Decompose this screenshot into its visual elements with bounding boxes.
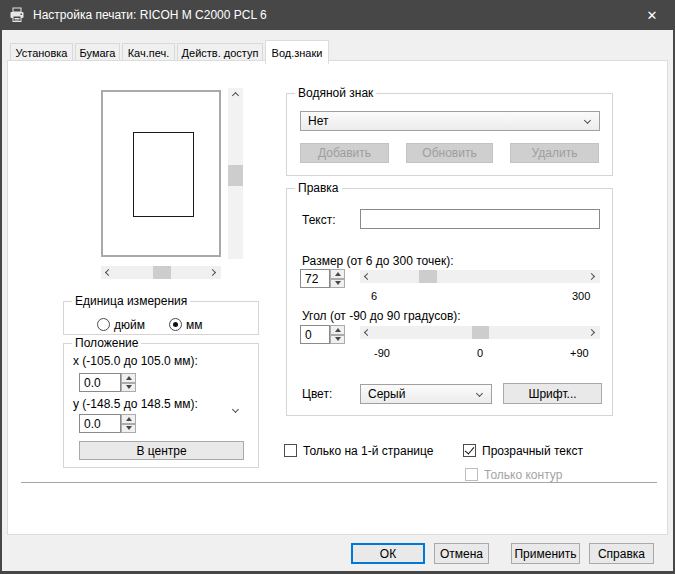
size-input[interactable]: 72 bbox=[300, 269, 330, 288]
spin-up-icon bbox=[126, 417, 132, 421]
watermark-select[interactable]: Нет bbox=[300, 111, 600, 131]
position-x-spin-down[interactable] bbox=[121, 383, 136, 393]
chevron-up-icon bbox=[232, 92, 239, 99]
spin-up-icon bbox=[335, 272, 341, 276]
edit-group-title: Правка bbox=[295, 181, 342, 195]
cancel-button[interactable]: Отмена bbox=[434, 543, 489, 564]
dialog-body: Установка Бумага Кач.печ. Действ. доступ… bbox=[2, 30, 673, 571]
watermark-group-title: Водяной знак bbox=[295, 86, 376, 100]
checkbox-box[interactable] bbox=[465, 468, 478, 481]
scroll-left-button[interactable] bbox=[101, 266, 115, 279]
ok-button[interactable]: ОК bbox=[351, 543, 425, 564]
tab-kach-pech[interactable]: Кач.печ. bbox=[122, 43, 175, 61]
help-button[interactable]: Справка bbox=[589, 543, 654, 564]
size-slider[interactable] bbox=[360, 270, 600, 283]
preview-vertical-scrollbar[interactable] bbox=[228, 88, 243, 259]
angle-slider[interactable] bbox=[360, 326, 600, 339]
watermark-selected-value: Нет bbox=[308, 114, 328, 128]
edit-group: Правка Текст: Размер (от 6 до 300 точек)… bbox=[286, 188, 613, 416]
angle-slider-left-button[interactable] bbox=[360, 326, 374, 339]
font-button[interactable]: Шрифт... bbox=[503, 383, 602, 404]
position-y-spin-up[interactable] bbox=[121, 414, 136, 424]
watermarks-tab-page: Единица измерения дюйм мм Положение x (-… bbox=[7, 60, 668, 535]
radio-mm[interactable] bbox=[169, 318, 182, 331]
unit-group: Единица измерения дюйм мм bbox=[63, 301, 259, 335]
position-y-input[interactable]: 0.0 bbox=[79, 414, 121, 433]
tab-vod-znaki[interactable]: Вод.знаки bbox=[265, 40, 329, 64]
angle-spin-down[interactable] bbox=[330, 335, 345, 345]
scroll-up-button[interactable] bbox=[228, 88, 243, 101]
angle-label: Угол (от -90 до 90 градусов): bbox=[302, 309, 461, 323]
radio-inch-label[interactable]: дюйм bbox=[114, 318, 145, 332]
angle-min-label: -90 bbox=[374, 347, 390, 359]
chevron-left-icon bbox=[105, 269, 112, 276]
chevron-down-icon bbox=[584, 117, 591, 124]
angle-spinner: 0 bbox=[300, 325, 345, 344]
print-settings-dialog: Настройка печати: RICOH M C2000 PCL 6 ✕ … bbox=[0, 0, 675, 574]
size-spin-up[interactable] bbox=[330, 269, 345, 279]
spin-down-icon bbox=[126, 385, 132, 389]
spin-up-icon bbox=[126, 376, 132, 380]
checkbox-box[interactable] bbox=[284, 444, 297, 457]
tab-ustanovka[interactable]: Установка bbox=[10, 43, 73, 61]
checkbox-label: Только на 1-й странице bbox=[303, 444, 433, 458]
position-x-spin-up[interactable] bbox=[121, 373, 136, 383]
tab-label: Установка bbox=[16, 47, 68, 59]
size-slider-thumb[interactable] bbox=[419, 270, 437, 283]
watermark-group: Водяной знак Нет Добавить Обновить Удали… bbox=[286, 93, 613, 176]
spin-up-icon bbox=[335, 328, 341, 332]
checkbox-label: Только контур bbox=[484, 468, 562, 482]
radio-inch[interactable] bbox=[97, 318, 110, 331]
angle-slider-right-button[interactable] bbox=[586, 326, 600, 339]
size-slider-right-button[interactable] bbox=[586, 270, 600, 283]
window-title: Настройка печати: RICOH M C2000 PCL 6 bbox=[33, 0, 267, 30]
angle-input[interactable]: 0 bbox=[300, 325, 330, 344]
chevron-left-icon bbox=[364, 329, 371, 336]
divider bbox=[21, 482, 657, 483]
size-min-label: 6 bbox=[371, 290, 377, 302]
tab-bumaga[interactable]: Бумага bbox=[75, 43, 120, 61]
angle-slider-thumb[interactable] bbox=[472, 326, 489, 339]
position-y-spinner: 0.0 bbox=[79, 414, 136, 433]
position-y-label: y (-148.5 до 148.5 мм): bbox=[73, 397, 198, 411]
update-watermark-button[interactable]: Обновить bbox=[406, 143, 493, 163]
unit-group-title: Единица измерения bbox=[72, 294, 190, 308]
apply-button[interactable]: Применить bbox=[511, 543, 580, 564]
chevron-down-icon bbox=[476, 390, 483, 397]
position-x-spinner: 0.0 bbox=[79, 373, 136, 392]
spin-down-icon bbox=[335, 337, 341, 341]
close-icon: ✕ bbox=[647, 8, 658, 23]
horizontal-scrollbar-thumb[interactable] bbox=[153, 266, 171, 279]
add-watermark-button[interactable]: Добавить bbox=[300, 143, 389, 163]
tab-deystv-dostup[interactable]: Действ. доступ bbox=[177, 43, 263, 61]
tab-label: Бумага bbox=[80, 47, 116, 59]
position-x-input[interactable]: 0.0 bbox=[79, 373, 121, 392]
scroll-down-button[interactable] bbox=[228, 246, 243, 259]
size-slider-left-button[interactable] bbox=[360, 270, 374, 283]
checkmark-icon bbox=[465, 444, 475, 454]
spin-down-icon bbox=[126, 426, 132, 430]
size-spin-down[interactable] bbox=[330, 279, 345, 289]
vertical-scrollbar-thumb[interactable] bbox=[228, 165, 243, 186]
color-selected-value: Серый bbox=[368, 387, 405, 401]
radio-mm-label[interactable]: мм bbox=[186, 318, 203, 332]
chevron-left-icon bbox=[364, 273, 371, 280]
spin-down-icon bbox=[335, 281, 341, 285]
angle-spin-up[interactable] bbox=[330, 325, 345, 335]
color-label: Цвет: bbox=[302, 387, 332, 401]
delete-watermark-button[interactable]: Удалить bbox=[510, 143, 599, 163]
printer-icon bbox=[9, 7, 25, 23]
tab-label: Вод.знаки bbox=[272, 47, 323, 59]
scroll-right-button[interactable] bbox=[207, 266, 221, 279]
position-y-spin-down[interactable] bbox=[121, 424, 136, 434]
angle-mid-label: 0 bbox=[477, 347, 483, 359]
preview-horizontal-scrollbar[interactable] bbox=[101, 266, 221, 279]
size-max-label: 300 bbox=[572, 290, 590, 302]
preview-page bbox=[101, 90, 221, 257]
position-group-title: Положение bbox=[72, 336, 141, 350]
close-button[interactable]: ✕ bbox=[629, 0, 675, 30]
watermark-text-input[interactable] bbox=[360, 209, 600, 229]
checkbox-box[interactable] bbox=[463, 444, 476, 457]
center-button[interactable]: В центре bbox=[79, 441, 244, 460]
color-select[interactable]: Серый bbox=[360, 384, 492, 404]
